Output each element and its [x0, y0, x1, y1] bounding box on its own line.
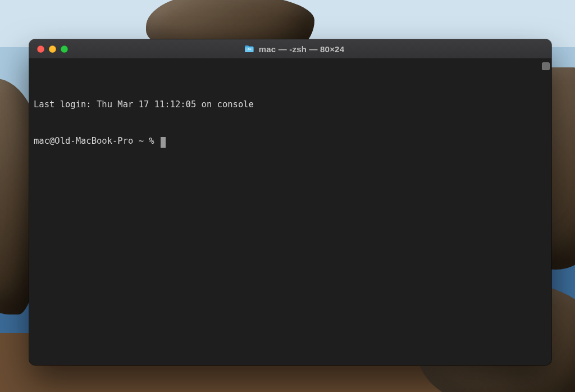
- scrollbar-thumb[interactable]: [542, 62, 550, 70]
- close-button[interactable]: [37, 45, 44, 53]
- shell-prompt: mac@Old-MacBook-Pro ~ %: [34, 135, 159, 148]
- titlebar[interactable]: mac — -zsh — 80×24: [29, 39, 551, 59]
- last-login-line: Last login: Thu Mar 17 11:12:05 on conso…: [34, 99, 546, 111]
- zoom-button[interactable]: [61, 45, 68, 53]
- window-title-area: mac — -zsh — 80×24: [77, 44, 551, 54]
- terminal-window: mac — -zsh — 80×24 Last login: Thu Mar 1…: [29, 39, 551, 365]
- prompt-line: mac@Old-MacBook-Pro ~ %: [34, 135, 546, 148]
- minimize-button[interactable]: [49, 45, 56, 53]
- window-title: mac — -zsh — 80×24: [259, 44, 344, 54]
- traffic-lights: [29, 45, 77, 53]
- terminal-viewport[interactable]: Last login: Thu Mar 17 11:12:05 on conso…: [29, 59, 551, 365]
- home-folder-icon: [244, 45, 254, 53]
- text-cursor: [161, 137, 166, 148]
